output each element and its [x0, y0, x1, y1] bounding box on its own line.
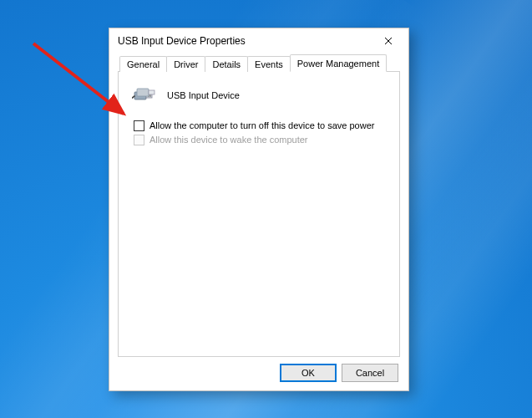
ok-button[interactable]: OK [280, 364, 337, 382]
button-label: OK [301, 368, 315, 378]
checkbox-allow-turn-off[interactable]: Allow the computer to turn off this devi… [134, 120, 389, 131]
tab-strip: General Driver Details Events Power Mana… [118, 54, 400, 72]
tab-label: Driver [174, 59, 198, 69]
svg-rect-5 [149, 90, 155, 94]
svg-rect-3 [149, 94, 150, 97]
tab-driver[interactable]: Driver [166, 56, 205, 72]
tab-general[interactable]: General [119, 56, 167, 72]
device-name: USB Input Device [167, 90, 240, 100]
checkbox-box-icon [134, 135, 144, 145]
tab-label: Details [212, 59, 241, 69]
cancel-button[interactable]: Cancel [342, 364, 398, 382]
tab-label: Events [255, 59, 283, 69]
close-icon [384, 34, 393, 48]
dialog-button-row: OK Cancel [118, 357, 400, 382]
power-options: Allow the computer to turn off this devi… [134, 120, 389, 145]
checkbox-label: Allow this device to wake the computer [149, 134, 308, 145]
close-button[interactable] [372, 30, 405, 52]
checkbox-allow-wake: Allow this device to wake the computer [134, 134, 389, 145]
button-label: Cancel [356, 368, 384, 378]
tab-events[interactable]: Events [247, 56, 291, 72]
desktop-wallpaper: USB Input Device Properties General Driv… [0, 0, 532, 418]
dialog-titlebar[interactable]: USB Input Device Properties [109, 28, 408, 54]
tab-power-management[interactable]: Power Management [290, 54, 387, 72]
tab-details[interactable]: Details [205, 56, 248, 72]
dialog-title: USB Input Device Properties [118, 35, 372, 47]
tab-label: Power Management [297, 59, 379, 69]
checkbox-label: Allow the computer to turn off this devi… [149, 120, 374, 131]
device-header: USB Input Device [132, 84, 389, 106]
tab-page-power-management: USB Input Device Allow the computer to t… [118, 72, 400, 357]
usb-device-icon [132, 84, 159, 106]
tab-label: General [127, 59, 160, 69]
dialog-client-area: General Driver Details Events Power Mana… [109, 54, 408, 390]
svg-rect-4 [137, 89, 149, 96]
properties-dialog: USB Input Device Properties General Driv… [109, 28, 409, 391]
checkbox-box-icon [134, 120, 144, 131]
